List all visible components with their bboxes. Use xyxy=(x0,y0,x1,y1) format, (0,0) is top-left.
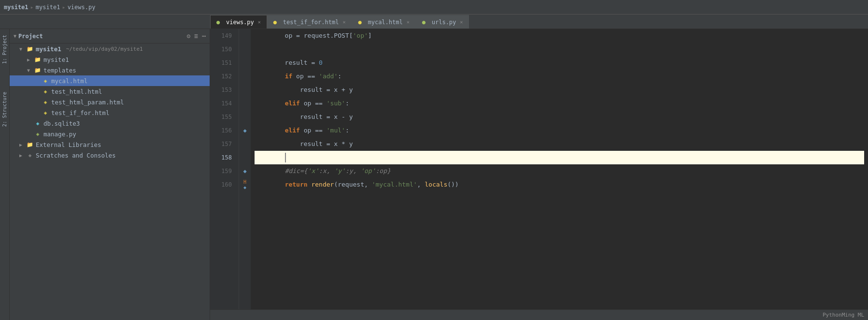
gutter-150 xyxy=(241,43,249,56)
gutter-154 xyxy=(241,97,249,110)
arrow-scratches: ▶ xyxy=(19,153,24,158)
py-icon: ● xyxy=(216,19,223,26)
line-num-153: 153 xyxy=(210,83,235,97)
tab-urls-py[interactable]: ● urls.py ✕ xyxy=(416,15,470,29)
tree-item-mysite1-root[interactable]: ▼ 📁 mysite1 ~/tedu/vip/day02/mysite1 xyxy=(10,44,210,54)
title-bar: mysite1 ▸ mysite1 ▸ views.py xyxy=(0,0,868,15)
folder-icon-templates: 📁 xyxy=(34,66,42,74)
html-file-icon-mycal: ◈ xyxy=(42,77,49,85)
close-tab-urls-py[interactable]: ✕ xyxy=(460,19,463,25)
close-tab-test-if-for[interactable]: ✕ xyxy=(342,19,345,25)
tab-views-py[interactable]: ● views.py ✕ xyxy=(210,15,267,29)
arrow-mysite1-inner: ▶ xyxy=(27,57,32,62)
line-num-151: 151 xyxy=(210,56,235,70)
close-tab-mycal-html[interactable]: ✕ xyxy=(407,19,410,25)
tree-item-scratches[interactable]: ▶ ◈ Scratches and Consoles xyxy=(10,150,210,160)
gutter-156: ◆ xyxy=(241,124,249,137)
gutter-151 xyxy=(241,56,249,70)
line-numbers: 149 150 151 152 153 154 155 156 157 158 … xyxy=(210,29,239,309)
gutter-153 xyxy=(241,83,249,97)
line-num-160: 160 xyxy=(210,178,235,191)
code-container[interactable]: 149 150 151 152 153 154 155 156 157 158 … xyxy=(210,29,868,309)
gutter-160: H ◆ xyxy=(241,178,249,191)
tree-label-test-if-for: test_if_for.html xyxy=(51,109,109,116)
arrow-mysite1: ▼ xyxy=(19,46,24,52)
status-right: PythonMing ML xyxy=(823,312,864,318)
sidebar-header: ▼ Project ⚙ ≡ ⋯ xyxy=(10,29,210,44)
line-num-149: 149 xyxy=(210,29,235,43)
tree-label-external-libs: External Libraries xyxy=(36,141,101,148)
py-icon-2: ● xyxy=(422,19,429,26)
tab-label-views-py: views.py xyxy=(226,19,254,26)
project-name: mysite1 xyxy=(4,4,28,11)
folder-icon-mysite1: 📁 xyxy=(26,45,34,53)
tree-item-test-html-param[interactable]: ◈ test_html_param.html xyxy=(10,97,210,107)
code-line-159: #dic={'x':x, 'y':y, 'op':op} xyxy=(255,164,864,178)
sep2: ▸ xyxy=(62,4,65,11)
code-line-152: if op == 'add': xyxy=(255,70,864,83)
scratches-icon: ◈ xyxy=(26,151,34,159)
tab-label-test-if-for: test_if_for.html xyxy=(283,19,339,26)
tree-item-templates[interactable]: ▼ 📁 templates xyxy=(10,65,210,75)
code-line-154: elif op == 'sub': xyxy=(255,97,864,110)
tree-item-db-sqlite3[interactable]: ◈ db.sqlite3 xyxy=(10,118,210,129)
tab-label-mycal-html: mycal.html xyxy=(368,19,402,26)
breadcrumb: mysite1 ▸ mysite1 ▸ views.py xyxy=(4,4,95,11)
gutter: ◆ ◆ H ◆ xyxy=(239,29,251,309)
panel-tab-project[interactable]: 1: Project xyxy=(1,31,8,68)
tree-label-mysite1-root: mysite1 xyxy=(36,45,61,53)
line-num-154: 154 xyxy=(210,97,235,110)
code-line-155: result = x - y xyxy=(255,110,864,124)
code-line-151: result = 0 xyxy=(255,56,864,70)
line-num-157: 157 xyxy=(210,137,235,151)
code-line-157: result = x * y xyxy=(255,137,864,151)
folder-icon-mysite1-inner: 📁 xyxy=(34,56,42,63)
line-num-156: 156 xyxy=(210,124,235,137)
folder-name: mysite1 xyxy=(36,4,60,11)
sep1: ▸ xyxy=(30,4,34,11)
line-num-150: 150 xyxy=(210,43,235,56)
tree-label-scratches: Scratches and Consoles xyxy=(36,152,116,159)
tree-item-test-html-html[interactable]: ◈ test_html.html xyxy=(10,86,210,97)
code-line-160: return render(request, 'mycal.html', loc… xyxy=(255,178,864,191)
file-tree: ▼ 📁 mysite1 ~/tedu/vip/day02/mysite1 ▶ 📁… xyxy=(10,44,210,320)
html-file-icon-test-if-for: ◈ xyxy=(42,109,49,116)
gutter-158 xyxy=(241,151,249,164)
tab-label-urls-py: urls.py xyxy=(432,19,456,26)
tab-test-if-for[interactable]: ● test_if_for.html ✕ xyxy=(267,15,352,29)
panel-tab-structure[interactable]: 2: Structure xyxy=(1,88,8,131)
collapse-icon[interactable]: ≡ xyxy=(194,32,198,40)
html-file-icon-test-html: ◈ xyxy=(42,87,49,95)
tab-mycal-html[interactable]: ● mycal.html ✕ xyxy=(352,15,415,29)
settings-icon[interactable]: ⚙ xyxy=(187,32,191,40)
sidebar-title: Project xyxy=(18,33,43,40)
html-icon-1: ● xyxy=(273,19,280,26)
tree-item-external-libs[interactable]: ▶ 📁 External Libraries xyxy=(10,139,210,150)
gutter-159: ◆ xyxy=(241,164,249,178)
arrow-external: ▶ xyxy=(19,142,24,147)
sidebar: ▼ Project ⚙ ≡ ⋯ ▼ 📁 mysite1 ~/tedu/vip/d… xyxy=(10,29,210,320)
main-layout: 1: Project 2: Structure ▼ Project ⚙ ≡ ⋯ … xyxy=(0,29,868,320)
gutter-149 xyxy=(241,29,249,43)
tree-item-manage-py[interactable]: ◈ manage.py xyxy=(10,129,210,139)
tree-label-test-html-html: test_html.html xyxy=(51,88,102,95)
gutter-157 xyxy=(241,137,249,151)
line-num-159: 159 xyxy=(210,164,235,178)
close-tab-views-py[interactable]: ✕ xyxy=(258,19,261,25)
py-file-icon-manage: ◈ xyxy=(34,130,42,138)
html-file-icon-param: ◈ xyxy=(42,98,49,106)
code-line-153: result = x + y xyxy=(255,83,864,97)
more-icon[interactable]: ⋯ xyxy=(202,32,206,40)
code-line-156: elif op == 'mul': xyxy=(255,124,864,137)
tree-label-templates: templates xyxy=(43,67,76,74)
gutter-152 xyxy=(241,70,249,83)
code-lines[interactable]: op = request.POST['op'] result = 0 if op… xyxy=(251,29,868,309)
sidebar-icons: ⚙ ≡ ⋯ xyxy=(187,32,206,40)
editor-area: 149 150 151 152 153 154 155 156 157 158 … xyxy=(210,29,868,320)
code-line-149: op = request.POST['op'] xyxy=(255,29,864,43)
file-name: views.py xyxy=(68,4,96,11)
html-icon-2: ● xyxy=(358,19,365,26)
tree-item-mycal-html[interactable]: ◈ mycal.html xyxy=(10,75,210,86)
tree-item-mysite1-inner[interactable]: ▶ 📁 mysite1 xyxy=(10,54,210,65)
tree-item-test-if-for[interactable]: ◈ test_if_for.html xyxy=(10,107,210,118)
